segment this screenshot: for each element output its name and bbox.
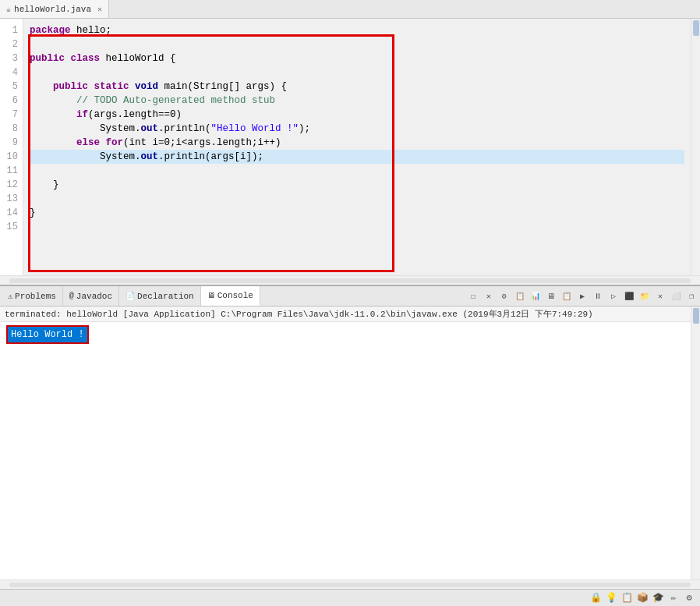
- code-line: package hello;: [30, 23, 684, 37]
- code-content[interactable]: package hello; public class helloWorld {…: [23, 19, 691, 275]
- code-line: // TODO Auto-generated method stub: [30, 94, 684, 108]
- code-line: }: [30, 206, 684, 220]
- console-action-btn-6[interactable]: 📋: [560, 289, 574, 303]
- console-action-btn-13[interactable]: ⬜: [669, 289, 683, 303]
- code-line: [30, 66, 684, 80]
- bottom-tab-bar: ⚠Problems@Javadoc📄Declaration🖥Console☐✕⚙…: [0, 286, 700, 307]
- tab-problems-icon: ⚠: [8, 292, 12, 301]
- status-package-icon[interactable]: 📦: [636, 592, 649, 604]
- console-header: terminated: helloWorld [Java Application…: [0, 307, 691, 322]
- tab-javadoc-label: Javadoc: [76, 292, 112, 301]
- status-lock-icon[interactable]: 🔒: [589, 592, 602, 604]
- hello-world-text: Hello World !: [6, 325, 89, 344]
- editor-vertical-scrollbar[interactable]: [691, 19, 700, 275]
- bottom-panel: ⚠Problems@Javadoc📄Declaration🖥Console☐✕⚙…: [0, 285, 700, 589]
- console-scrollbar-thumb[interactable]: [693, 308, 699, 324]
- console-action-btn-4[interactable]: 📊: [529, 289, 543, 303]
- console-h-track: [9, 583, 691, 587]
- console-action-btn-11[interactable]: 📁: [638, 289, 652, 303]
- editor-main: 123456789101112131415 package hello; pub…: [0, 19, 700, 275]
- console-action-btn-0[interactable]: ☐: [466, 289, 480, 303]
- code-line: else for(int i=0;i<args.length;i++): [30, 136, 684, 150]
- tab-label: helloWorld.java: [14, 5, 91, 14]
- code-line: public class helloWorld {: [30, 51, 684, 66]
- tab-close-icon[interactable]: ✕: [97, 5, 102, 14]
- code-line: System.out.println("Hello World !");: [30, 122, 684, 136]
- tab-problems-label: Problems: [15, 292, 56, 301]
- console-action-btn-12[interactable]: ✕: [653, 289, 667, 303]
- console-action-btn-7[interactable]: ▶: [575, 289, 589, 303]
- status-settings-icon[interactable]: ⚙: [683, 592, 695, 604]
- status-clipboard-icon[interactable]: 📋: [620, 592, 633, 604]
- code-line: [30, 37, 684, 51]
- console-action-btn-10[interactable]: ⬛: [622, 289, 636, 303]
- bottom-tab-actions: ☐✕⚙📋📊🖥📋▶⏸▷⬛📁✕⬜❐: [466, 289, 698, 303]
- console-action-btn-8[interactable]: ⏸: [591, 289, 605, 303]
- tab-declaration-icon: 📄: [126, 292, 135, 301]
- status-bulb-icon[interactable]: 💡: [605, 592, 617, 604]
- console-action-btn-14[interactable]: ❐: [684, 289, 698, 303]
- tab-javadoc-icon: @: [69, 292, 74, 300]
- console-area: terminated: helloWorld [Java Application…: [0, 307, 700, 589]
- editor-tab-bar: ☕ helloWorld.java ✕: [0, 0, 700, 19]
- console-action-btn-5[interactable]: 🖥: [544, 289, 558, 303]
- status-graduate-icon[interactable]: 🎓: [652, 592, 664, 604]
- bottom-tab-console[interactable]: 🖥Console: [201, 286, 260, 306]
- code-line: System.out.println(args[i]);: [30, 150, 684, 164]
- console-vertical-scrollbar[interactable]: [691, 307, 700, 579]
- code-line: [30, 164, 684, 178]
- code-line: }: [30, 178, 684, 192]
- console-action-btn-2[interactable]: ⚙: [497, 289, 511, 303]
- console-output: Hello World !: [0, 322, 691, 579]
- status-edit-icon[interactable]: ✏: [667, 592, 680, 604]
- console-action-btn-1[interactable]: ✕: [482, 289, 496, 303]
- code-line: [30, 220, 684, 234]
- line-numbers: 123456789101112131415: [0, 19, 23, 275]
- console-action-btn-9[interactable]: ▷: [606, 289, 620, 303]
- bottom-tab-javadoc[interactable]: @Javadoc: [63, 286, 119, 306]
- editor-horizontal-scrollbar[interactable]: [0, 275, 700, 285]
- h-scrollbar-track: [9, 278, 691, 283]
- scrollbar-thumb[interactable]: [693, 20, 699, 36]
- status-bar: 🔒 💡 📋 📦 🎓 ✏ ⚙: [0, 589, 700, 606]
- java-file-icon: ☕: [6, 5, 11, 14]
- tab-declaration-label: Declaration: [137, 292, 194, 301]
- bottom-tab-declaration[interactable]: 📄Declaration: [119, 286, 201, 306]
- bottom-tab-problems[interactable]: ⚠Problems: [2, 286, 63, 306]
- code-line: [30, 192, 684, 206]
- code-container: 123456789101112131415 package hello; pub…: [0, 19, 691, 275]
- code-line: public static void main(String[] args) {: [30, 80, 684, 94]
- code-line: if(args.length==0): [30, 108, 684, 122]
- tab-console-icon: 🖥: [207, 291, 215, 300]
- console-action-btn-3[interactable]: 📋: [513, 289, 527, 303]
- tab-console-label: Console: [217, 291, 253, 300]
- editor-tab[interactable]: ☕ helloWorld.java ✕: [0, 0, 109, 18]
- console-horizontal-scrollbar[interactable]: [0, 579, 700, 589]
